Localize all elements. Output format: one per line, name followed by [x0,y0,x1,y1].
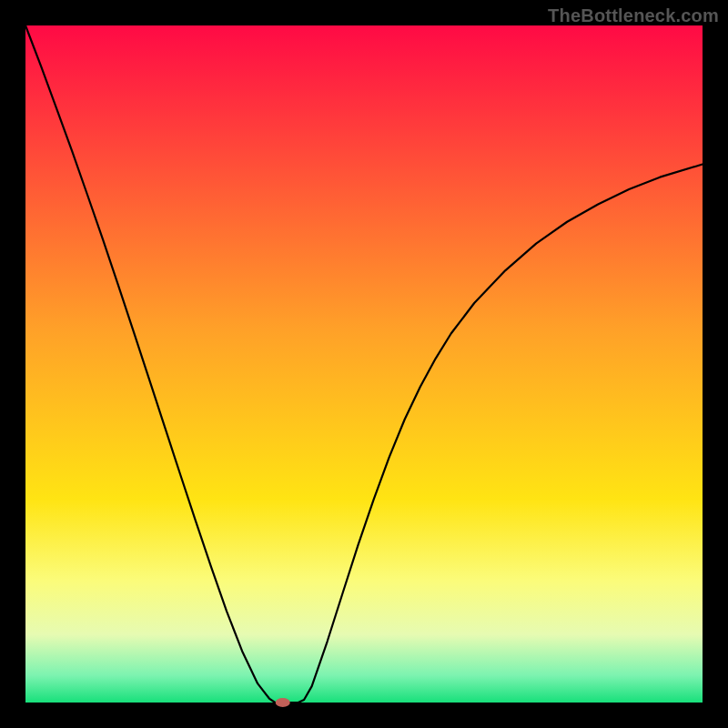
chart-svg [0,0,728,728]
optimum-marker [276,698,290,707]
plot-background [25,25,703,703]
watermark-text: TheBottleneck.com [548,5,719,26]
bottleneck-chart: TheBottleneck.com [0,0,728,728]
